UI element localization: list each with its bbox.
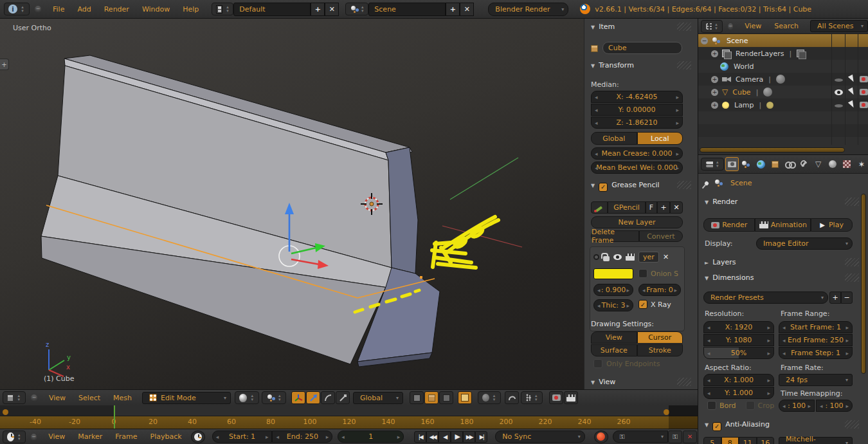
viewport-editor-selector[interactable] xyxy=(3,391,26,404)
gpencil-name-field[interactable]: GPencil xyxy=(608,201,646,214)
edge-select-button[interactable] xyxy=(424,391,439,404)
tab-data[interactable]: ▽ xyxy=(811,157,824,171)
viewport-menu-mesh[interactable]: Mesh xyxy=(107,394,138,402)
render-opengl-anim-button[interactable] xyxy=(564,391,578,404)
outliner-menu-search[interactable]: Search xyxy=(768,22,805,30)
panel-drag-hatch[interactable] xyxy=(677,378,691,386)
prev-keyframe-button[interactable]: ◀◀ xyxy=(426,431,439,443)
view-panel-header[interactable]: View xyxy=(591,378,615,386)
panel-drag-hatch[interactable] xyxy=(677,181,691,189)
render-opengl-button[interactable] xyxy=(549,391,563,404)
selectability-toggle-icon[interactable] xyxy=(848,88,856,96)
auto-keyframe-button[interactable] xyxy=(594,430,608,443)
outliner-menu-view[interactable]: View xyxy=(738,22,768,30)
mode-dropdown[interactable]: Edit Mode xyxy=(142,392,231,404)
panel-drag-hatch[interactable] xyxy=(845,258,859,266)
outliner-scrollbar[interactable] xyxy=(700,147,845,153)
start-frame-field[interactable]: Start: 1 xyxy=(212,430,273,443)
scene-browse-button[interactable] xyxy=(345,3,368,15)
pin-icon[interactable] xyxy=(704,180,709,185)
outliner-row-camera[interactable]: + Camera | xyxy=(698,73,868,86)
delete-frame-button[interactable]: Delete Frame xyxy=(591,230,639,242)
gpencil-unlink-button[interactable] xyxy=(670,201,683,214)
outliner-row-lamp[interactable]: + Lamp | xyxy=(698,98,868,111)
panel-drag-hatch[interactable] xyxy=(845,198,859,206)
next-keyframe-button[interactable]: ▶▶ xyxy=(463,431,475,443)
properties-scrollbar[interactable] xyxy=(861,194,866,374)
tab-scene[interactable] xyxy=(740,157,753,171)
delete-keyframe-button[interactable]: ✕ xyxy=(683,430,697,443)
hide-toggle-icon[interactable] xyxy=(835,104,843,107)
timeline-ruler[interactable]: -40 -20 0 20 40 60 80 100 120 140 160 18… xyxy=(0,405,698,429)
rotate-manipulator-button[interactable] xyxy=(321,391,335,404)
border-checkbox[interactable] xyxy=(707,401,716,410)
viewport-menu-select[interactable]: Select xyxy=(72,394,107,402)
play-reverse-button[interactable]: ◀ xyxy=(439,431,451,443)
delete-layout-button[interactable] xyxy=(325,3,339,16)
sync-dropdown[interactable]: No Sync xyxy=(495,430,585,443)
collapse-menus-icon[interactable] xyxy=(35,6,41,12)
add-layout-button[interactable] xyxy=(311,3,325,16)
resolution-x-field[interactable]: X: 1920 xyxy=(703,321,774,333)
current-frame-line[interactable] xyxy=(114,405,115,429)
scale-manipulator-button[interactable] xyxy=(336,391,350,404)
median-z-field[interactable]: Z: -1.86210 xyxy=(591,116,683,129)
draw-surface-button[interactable]: Surface xyxy=(591,344,637,356)
delete-layer-icon[interactable] xyxy=(663,253,669,261)
grease-pencil-panel-header[interactable]: Grease Pencil xyxy=(591,181,660,192)
aa-samples-16-button[interactable]: 16 xyxy=(757,437,775,444)
render-engine-dropdown[interactable]: Blender Render xyxy=(488,3,568,16)
timeline-editor-selector[interactable] xyxy=(3,430,26,443)
remap-new-field[interactable]: : 100 xyxy=(816,400,853,412)
display-dropdown[interactable]: Image Editor xyxy=(756,237,853,250)
resolution-percent-slider[interactable]: 50% xyxy=(703,347,774,359)
timeline-menu-frame[interactable]: Frame xyxy=(109,432,143,441)
face-select-button[interactable] xyxy=(439,391,453,404)
expand-icon[interactable]: + xyxy=(711,102,718,109)
global-button[interactable]: Global xyxy=(591,132,637,145)
render-toggle-icon[interactable] xyxy=(860,102,868,108)
fps-dropdown[interactable]: 24 fps xyxy=(779,374,853,386)
menu-help[interactable]: Help xyxy=(176,5,205,14)
grease-pencil-checkbox[interactable] xyxy=(599,183,608,192)
play-button[interactable]: ▶Play xyxy=(811,218,853,232)
antialiasing-panel-header[interactable]: Anti-Aliasing xyxy=(705,420,770,431)
transform-panel-header[interactable]: Transform xyxy=(591,61,634,69)
resolution-y-field[interactable]: Y: 1080 xyxy=(703,334,774,346)
use-preview-range-button[interactable] xyxy=(191,430,205,443)
jump-to-end-button[interactable]: ▶| xyxy=(475,431,487,443)
frame-lock-icon[interactable] xyxy=(626,254,635,261)
selectability-toggle-icon[interactable] xyxy=(848,75,856,83)
convert-button[interactable]: Convert xyxy=(639,230,683,242)
outliner-row-cube[interactable]: + ▽ Cube | xyxy=(698,86,868,98)
item-panel-header[interactable]: Item xyxy=(591,23,615,31)
aa-filter-dropdown[interactable]: Mitchell-Netravali xyxy=(779,437,853,444)
info-editor-selector[interactable] xyxy=(4,3,30,15)
hide-toggle-icon[interactable] xyxy=(835,79,843,82)
insert-keyframe-button[interactable]: ⚿ xyxy=(668,430,682,443)
tab-object[interactable] xyxy=(768,157,781,171)
unlock-icon[interactable] xyxy=(603,256,610,261)
draw-cursor-button[interactable]: Cursor xyxy=(637,331,683,344)
region-expand-plus-icon[interactable]: + xyxy=(0,59,9,70)
render-toggle-icon[interactable] xyxy=(860,89,868,95)
layer-visible-eye-icon[interactable] xyxy=(613,254,622,260)
menu-add[interactable]: Add xyxy=(71,5,97,14)
limit-to-visible-button[interactable] xyxy=(458,391,472,404)
stroke-color-swatch[interactable] xyxy=(593,268,633,279)
viewport-3d[interactable]: z y x User Ortho (1) Cube + xyxy=(0,19,584,389)
menu-file[interactable]: File xyxy=(46,5,71,14)
object-name-field[interactable]: Cube xyxy=(602,42,682,54)
play-button[interactable]: ▶ xyxy=(451,431,463,443)
fake-user-button[interactable]: F xyxy=(646,201,657,214)
tab-render[interactable] xyxy=(725,157,739,171)
aspect-y-field[interactable]: Y: 1.000 xyxy=(703,387,774,399)
animation-button[interactable]: Animation xyxy=(755,218,811,232)
tab-material[interactable] xyxy=(826,157,839,171)
outliner-row-world[interactable]: World xyxy=(698,60,868,73)
pivot-dropdown[interactable] xyxy=(262,391,286,404)
selectability-toggle-icon[interactable] xyxy=(848,100,856,109)
orientation-dropdown[interactable]: Global xyxy=(353,392,403,404)
thickness-field[interactable]: Thic: 3 xyxy=(593,299,633,311)
tab-modifiers[interactable] xyxy=(797,157,810,171)
